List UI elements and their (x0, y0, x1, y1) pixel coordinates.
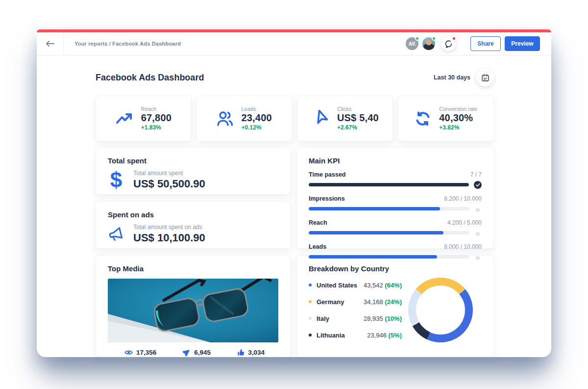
kpi-card-clicks[interactable]: Clicks US$ 5,40 +2.67% (297, 96, 393, 141)
progress-label: Impressions (309, 195, 345, 202)
kpi-card-conversion-rate[interactable]: Conversion rate 40,30% +3.82% (398, 96, 494, 141)
page-title: Facebook Ads Dashboard (96, 73, 204, 83)
metric-value: US$ 50,500.90 (133, 178, 205, 190)
legend-percent: (24%) (385, 298, 402, 306)
progress-label: Reach (309, 219, 327, 226)
progress-fill (309, 207, 440, 210)
topbar: Your reports / Facebook Ads Dashboard AK… (37, 32, 551, 55)
kpi-label: Reach (141, 106, 172, 112)
progress-fill (309, 231, 443, 234)
card-title: Main KPI (309, 156, 482, 165)
kpi-card-leads[interactable]: Leads 23,400 +0.12% (196, 96, 293, 141)
card-title: Breakdown by Country (309, 264, 482, 273)
refresh-icon (415, 110, 431, 127)
kpi-label: Leads (241, 106, 271, 112)
megaphone-icon (108, 226, 124, 242)
pending-dot-icon (476, 256, 480, 260)
breadcrumb: Your reports / Facebook Ads Dashboard (74, 41, 181, 47)
chat-button[interactable] (441, 36, 456, 51)
country-breakdown-card[interactable]: Breakdown by Country United States 43,54… (296, 255, 494, 357)
online-status-dot (415, 36, 419, 41)
avatar-initials[interactable]: AK (406, 37, 418, 50)
progress-value: 7 / 7 (470, 171, 482, 178)
kpi-value: 23,400 (241, 112, 271, 124)
legend-row: Lithuania 23,946 (5%) (309, 327, 402, 343)
legend-label: Lithuania (317, 332, 345, 339)
kpi-card-reach[interactable]: Reach 67,800 +1.83% (96, 96, 192, 141)
online-status-dot (432, 36, 436, 41)
thumbs-up-icon (237, 349, 245, 356)
app-window: Your reports / Facebook Ads Dashboard AK… (37, 29, 551, 357)
progress-value: 8.200 / 10.000 (444, 195, 482, 202)
users-icon (217, 111, 233, 127)
date-range-control: Last 30 days (434, 69, 494, 86)
progress-track (309, 207, 469, 210)
kpi-progress-row: Reach 4.200 / 5.000 (309, 219, 482, 237)
metric-label: Total amount spent on ads (133, 224, 205, 231)
calendar-icon (481, 74, 490, 82)
check-circle-icon (474, 181, 482, 189)
stat-value: 6,945 (194, 349, 211, 356)
back-arrow-icon (46, 41, 54, 47)
legend-percent: (5%) (389, 332, 402, 339)
report-canvas: Facebook Ads Dashboard Last 30 days Reac… (37, 55, 551, 357)
share-button[interactable]: Share (470, 36, 501, 51)
card-title: Total spent (108, 156, 278, 165)
progress-track (309, 255, 469, 259)
kpi-card-row: Reach 67,800 +1.83% Leads 23,400 +0.12% (96, 96, 494, 141)
country-donut-chart (408, 278, 473, 342)
progress-track (309, 183, 469, 186)
kpi-progress-row: Time passed 7 / 7 (309, 171, 482, 189)
legend-value: 43,542 (364, 282, 383, 289)
progress-value: 4.200 / 5.000 (447, 219, 482, 226)
legend-percent: (10%) (385, 315, 402, 322)
eye-icon (124, 349, 133, 356)
kpi-progress-row: Impressions 8.200 / 10.000 (309, 195, 482, 213)
progress-label: Leads (309, 243, 326, 250)
metric-value: US$ 10,100.90 (133, 232, 205, 244)
progress-value: 8.000 / 10.000 (444, 243, 482, 250)
country-legend: United States 43,542 (64%) Germany 34,16… (309, 277, 402, 343)
kpi-label: Clicks (337, 106, 379, 112)
legend-value: 34,168 (364, 298, 383, 306)
legend-row: Italy 28,935 (10%) (309, 310, 402, 327)
notification-dot (452, 36, 456, 41)
chat-bubble-icon (444, 40, 453, 48)
legend-dot (309, 334, 312, 337)
legend-dot (309, 284, 312, 286)
kpi-progress-row: Leads 8.000 / 10.000 (309, 243, 482, 261)
media-stat-shares: 6,945 (183, 348, 211, 356)
total-spent-card[interactable]: Total spent $ Total amount spent US$ 50,… (96, 147, 291, 195)
main-kpi-card[interactable]: Main KPI Time passed 7 / 7 Impressions 8… (296, 147, 494, 249)
legend-row: Germany 34,168 (24%) (309, 293, 402, 310)
metric-label: Total amount spent (133, 170, 205, 177)
date-range-label: Last 30 days (434, 74, 470, 81)
share-icon (183, 348, 191, 356)
legend-dot (309, 317, 312, 320)
kpi-value: 67,800 (141, 112, 172, 124)
report-header: Facebook Ads Dashboard Last 30 days (96, 67, 494, 88)
card-title: Spent on ads (108, 210, 278, 219)
kpi-label: Conversion rate (439, 106, 477, 112)
avatar-initials-label: AK (409, 41, 416, 47)
legend-dot (309, 300, 312, 303)
progress-track (309, 231, 469, 234)
progress-label: Time passed (309, 171, 346, 178)
spent-on-ads-card[interactable]: Spent on ads Total amount spent on ads U… (96, 201, 291, 249)
card-title: Top Media (108, 264, 278, 273)
preview-button[interactable]: Preview (505, 36, 540, 51)
progress-fill (309, 255, 437, 259)
top-media-card[interactable]: Top Media (96, 255, 291, 357)
kpi-delta: +1.83% (141, 124, 172, 131)
back-button[interactable] (37, 32, 64, 55)
cursor-icon (312, 110, 329, 128)
pending-dot-icon (476, 232, 480, 236)
kpi-value: 40,30% (439, 112, 477, 124)
dollar-icon: $ (108, 170, 124, 190)
pending-dot-icon (476, 208, 480, 212)
legend-label: Italy (317, 315, 329, 322)
legend-label: United States (317, 282, 357, 289)
widget-grid: Total spent $ Total amount spent US$ 50,… (96, 147, 494, 357)
calendar-button[interactable] (476, 69, 494, 86)
avatar-photo[interactable] (422, 37, 435, 50)
